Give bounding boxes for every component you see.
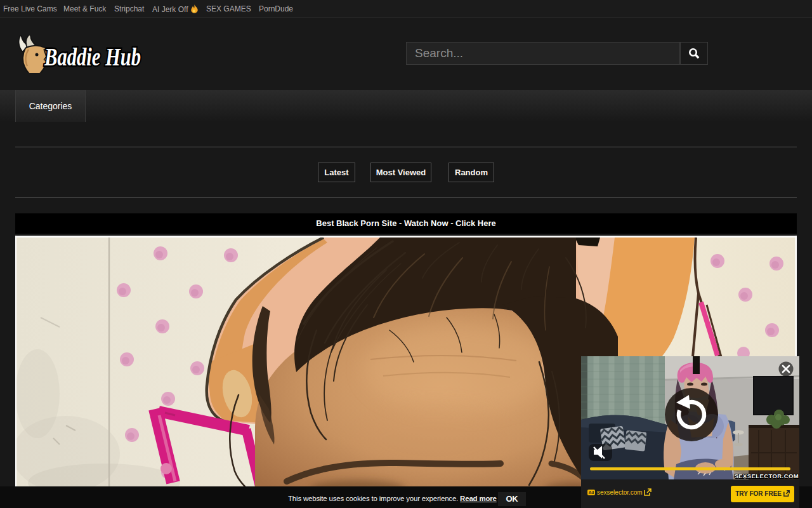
svg-text:SEXSELECTOR.COM: SEXSELECTOR.COM <box>735 472 799 479</box>
svg-text:Baddie Hub: Baddie Hub <box>44 43 141 71</box>
